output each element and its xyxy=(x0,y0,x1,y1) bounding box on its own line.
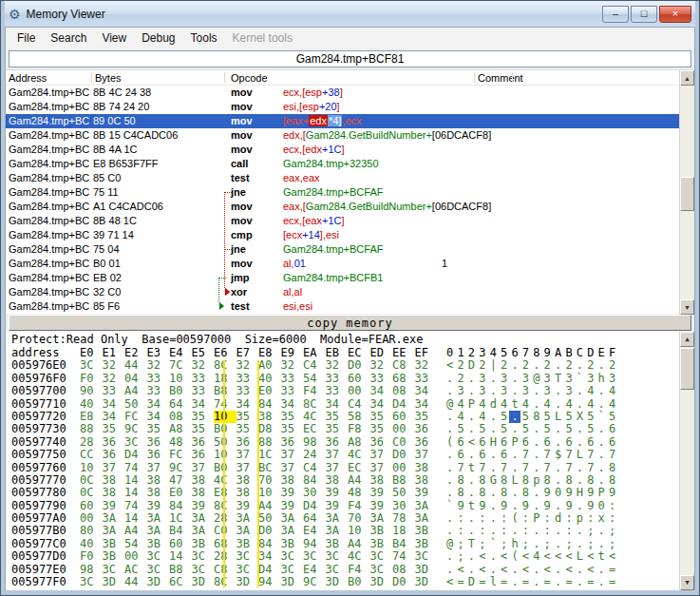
hex-ascii-char[interactable]: . xyxy=(575,385,585,397)
hex-byte[interactable]: 38 xyxy=(415,462,438,474)
hex-ascii-char[interactable]: ; xyxy=(520,538,531,550)
hex-ascii-char[interactable]: ; xyxy=(607,538,617,550)
hex-byte[interactable]: 14 xyxy=(124,512,147,525)
hex-ascii-char[interactable]: 6 xyxy=(563,436,574,449)
hex-byte[interactable]: 35 xyxy=(326,411,349,423)
hex-ascii-char[interactable]: < xyxy=(563,550,574,563)
hex-byte[interactable]: 34 xyxy=(258,550,281,563)
scroll-up-button[interactable]: ▲ xyxy=(680,70,694,86)
hex-byte[interactable]: B0 xyxy=(169,385,192,397)
hex-byte[interactable]: 60 xyxy=(80,500,103,512)
hex-ascii-char[interactable]: . xyxy=(466,373,477,385)
hex-byte[interactable]: 35 xyxy=(370,423,393,435)
hex-ascii-char[interactable]: 8 xyxy=(477,474,487,487)
hex-byte[interactable]: 3A xyxy=(103,512,125,525)
hex-byte[interactable]: 38 xyxy=(370,474,393,487)
hex-ascii-char[interactable]: < xyxy=(542,550,553,563)
hex-byte[interactable]: 3C xyxy=(415,550,438,563)
hex-ascii-char[interactable]: P xyxy=(531,512,541,525)
hex-byte[interactable]: 3C xyxy=(103,564,125,576)
hex-byte[interactable]: 37 xyxy=(236,449,259,461)
hex-ascii-char[interactable]: ( xyxy=(445,436,455,449)
hex-byte[interactable]: 3A xyxy=(192,525,215,537)
hex-scroll-down-button[interactable]: ▼ xyxy=(680,575,694,590)
hex-byte[interactable]: 3A xyxy=(236,512,259,525)
hex-byte[interactable]: 3A xyxy=(326,512,349,525)
hex-ascii-char[interactable]: . xyxy=(553,474,563,487)
hex-ascii-char[interactable]: . xyxy=(509,411,520,423)
hex-ascii-char[interactable]: . xyxy=(575,474,585,487)
hex-ascii-char[interactable]: 5 xyxy=(477,423,487,435)
hex-ascii-char[interactable]: . xyxy=(509,525,520,537)
hex-ascii-char[interactable]: . xyxy=(553,398,563,411)
hex-byte[interactable]: D0 xyxy=(392,449,415,461)
hex-ascii-char[interactable]: 8 xyxy=(607,462,617,474)
hex-byte[interactable]: 34 xyxy=(192,398,215,411)
hex-byte[interactable]: 3C xyxy=(236,550,259,563)
hex-byte[interactable]: 00 xyxy=(80,512,103,525)
hex-ascii-char[interactable]: . xyxy=(445,462,455,474)
hex-byte[interactable]: FC xyxy=(124,411,147,423)
hex-ascii-char[interactable]: 6 xyxy=(477,449,487,461)
hex-ascii-char[interactable]: 9 xyxy=(520,500,531,512)
hex-ascii-char[interactable]: : xyxy=(520,512,531,525)
hex-ascii-char[interactable]: 8 xyxy=(585,474,596,487)
hex-ascii-char[interactable]: 7 xyxy=(542,449,553,461)
hex-ascii-char[interactable]: . xyxy=(445,512,455,525)
hex-byte[interactable]: B8 xyxy=(392,474,415,487)
hex-byte[interactable]: 3C xyxy=(326,550,349,563)
hex-byte[interactable]: F0 xyxy=(80,373,103,385)
hex-ascii-char[interactable]: . xyxy=(575,538,585,550)
hex-byte[interactable]: F0 xyxy=(80,550,103,563)
hex-ascii-char[interactable]: 8 xyxy=(563,474,574,487)
hex-byte[interactable]: 3B xyxy=(147,538,170,550)
hex-byte[interactable]: 3B xyxy=(103,538,125,550)
hex-byte[interactable]: 3D xyxy=(147,576,170,588)
hex-ascii-char[interactable]: t xyxy=(466,462,477,474)
hex-ascii-char[interactable]: h xyxy=(509,538,520,550)
hex-byte[interactable]: 30 xyxy=(303,487,326,499)
hex-ascii-char[interactable]: < xyxy=(499,550,509,563)
hex-byte[interactable]: 74 xyxy=(124,500,147,512)
scroll-thumb[interactable] xyxy=(680,177,694,211)
hex-byte[interactable]: 34 xyxy=(415,385,438,397)
hex-ascii-char[interactable]: : xyxy=(477,525,487,537)
hex-ascii-char[interactable]: @ xyxy=(531,373,541,385)
disasm-row[interactable]: Gam284.tmp+BC8B 74 24 20movesi,[esp+20] xyxy=(6,100,679,114)
hex-byte[interactable]: B4 xyxy=(169,525,192,537)
hex-ascii-char[interactable]: = xyxy=(455,576,465,588)
hex-byte[interactable]: 3C xyxy=(303,550,326,563)
hex-byte[interactable]: 70 xyxy=(258,474,281,487)
hex-byte[interactable]: 08 xyxy=(392,385,415,397)
hex-ascii-char[interactable]: ; xyxy=(607,525,617,537)
hex-ascii-char[interactable]: < xyxy=(499,564,509,576)
hex-scroll-thumb[interactable] xyxy=(680,348,694,390)
hex-byte[interactable]: 84 xyxy=(303,474,326,487)
hex-byte[interactable]: 4C xyxy=(303,411,326,423)
hex-byte[interactable]: 4C xyxy=(348,449,370,461)
hex-ascii-char[interactable]: . xyxy=(596,462,606,474)
hex-ascii-char[interactable]: < xyxy=(607,550,617,563)
disasm-row[interactable]: Gam284.tmp+BC75 04jneGam284.tmp+BCFAF xyxy=(6,242,679,257)
hex-byte[interactable]: 3B xyxy=(415,525,438,537)
hex-ascii-char[interactable]: 5 xyxy=(542,423,553,435)
disasm-row[interactable]: Gam284.tmp+BCEB 02jmpGam284.tmp+BCFB1 xyxy=(6,271,679,285)
hex-byte[interactable]: 3A xyxy=(326,525,349,537)
hex-ascii-char[interactable]: 3 xyxy=(585,373,596,385)
hex-ascii-char[interactable]: 7 xyxy=(477,462,487,474)
hex-byte[interactable]: 3A xyxy=(415,512,438,525)
hex-byte[interactable]: A4 xyxy=(124,525,147,537)
hex-ascii-char[interactable]: = xyxy=(499,576,509,588)
hex-byte[interactable]: 33 xyxy=(326,373,349,385)
hex-row[interactable]: 005977800C381438E038E8381039303948395039… xyxy=(11,487,694,499)
hex-ascii-char[interactable]: . xyxy=(596,359,606,372)
hex-byte[interactable]: 36 xyxy=(370,436,393,449)
hex-byte[interactable]: 35 xyxy=(370,411,393,423)
hex-ascii-char[interactable]: . xyxy=(575,398,585,411)
hex-byte[interactable]: D0 xyxy=(392,576,415,588)
hex-ascii-char[interactable]: . xyxy=(488,564,499,576)
hex-ascii-char[interactable]: 2 xyxy=(455,373,465,385)
hex-byte[interactable]: 3C xyxy=(236,564,259,576)
hex-byte[interactable]: 38 xyxy=(192,474,215,487)
hex-byte[interactable]: 36 xyxy=(192,436,215,449)
